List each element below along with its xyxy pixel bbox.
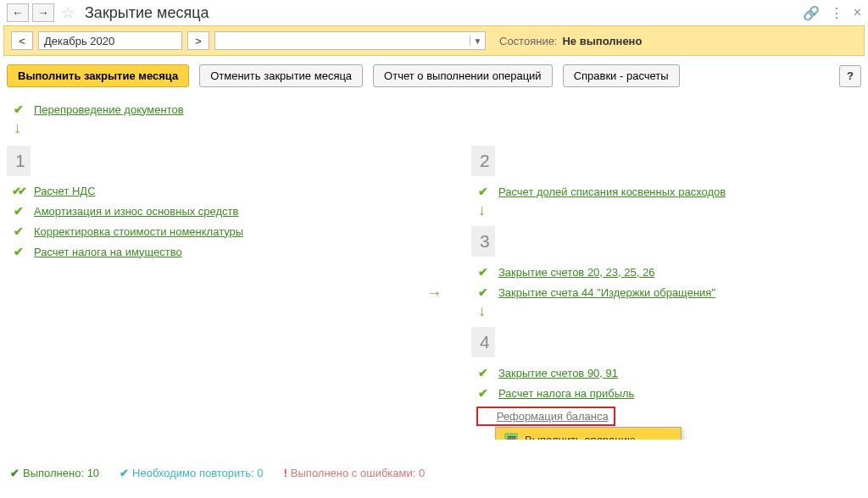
operations-report-button[interactable]: Отчет о выполнении операций — [373, 64, 553, 87]
check-icon: ✔ — [476, 265, 490, 279]
menu-execute-label: Выполнить операцию — [525, 434, 636, 440]
window-titlebar: ← → ☆ Закрытие месяца 🔗 ⋮ × — [0, 0, 868, 25]
document-icon: ▥ — [504, 433, 518, 440]
op-profit-tax[interactable]: Расчет налога на прибыль — [498, 387, 634, 400]
stage-1-header: 1 — [7, 146, 31, 176]
content-area: ✔ Перепроведение документов ↓ 1 ✔✔Расчет… — [0, 96, 868, 440]
arrow-right-icon: → — [426, 146, 442, 436]
op-indirect-costs[interactable]: Расчет долей списания косвенных расходов — [498, 185, 726, 198]
check-double-icon: ✔✔ — [12, 185, 25, 197]
toolbar: Выполнить закрытие месяца Отменить закры… — [0, 56, 868, 96]
check-icon: ✔ — [476, 285, 490, 299]
link-icon[interactable]: 🔗 — [803, 5, 820, 21]
check-icon: ✔ — [476, 386, 490, 400]
kebab-menu-icon[interactable]: ⋮ — [830, 5, 843, 21]
check-icon: ✔ — [476, 185, 490, 198]
context-menu: ▥ Выполнить операцию ↓ Пропустить операц… — [495, 427, 682, 440]
op-close-44[interactable]: Закрытие счета 44 "Издержки обращения" — [498, 286, 715, 299]
org-dropdown[interactable]: ▼ — [214, 31, 486, 50]
period-field[interactable]: Декабрь 2020 — [38, 31, 182, 50]
arrow-down-icon: ↓ — [471, 202, 861, 219]
nav-back-button[interactable]: ← — [7, 3, 29, 22]
stage-3-header: 3 — [471, 226, 495, 257]
op-balance-reform[interactable]: Реформация баланса — [497, 410, 609, 423]
status-value: Не выполнено — [562, 35, 642, 47]
check-icon: ✔ — [12, 102, 25, 116]
cancel-closing-button[interactable]: Отменить закрытие месяца — [199, 64, 363, 87]
period-next-button[interactable]: > — [187, 31, 209, 50]
stage-1-column: 1 ✔✔Расчет НДС ✔Амортизация и износ осно… — [7, 146, 417, 436]
execute-closing-button[interactable]: Выполнить закрытие месяца — [7, 64, 189, 87]
check-icon: ✔ — [476, 366, 490, 379]
nav-forward-button[interactable]: → — [32, 3, 54, 22]
pending-op-highlight: Реформация баланса — [476, 407, 615, 426]
close-icon[interactable]: × — [854, 5, 861, 20]
status-label: Состояние: — [499, 35, 557, 47]
arrow-down-icon: ↓ — [471, 302, 861, 320]
arrow-down-icon: ↓ — [7, 119, 861, 137]
help-button[interactable]: ? — [839, 65, 861, 87]
check-icon: ✔ — [12, 204, 25, 218]
period-bar: < Декабрь 2020 > ▼ Состояние: Не выполне… — [3, 25, 865, 56]
check-icon: ✔ — [12, 245, 25, 258]
op-close-20-23-25-26[interactable]: Закрытие счетов 20, 23, 25, 26 — [498, 266, 654, 279]
op-close-90-91[interactable]: Закрытие счетов 90, 91 — [498, 367, 618, 379]
op-repost-documents[interactable]: Перепроведение документов — [34, 103, 184, 116]
favorite-star-icon[interactable]: ☆ — [61, 3, 75, 22]
references-button[interactable]: Справки - расчеты — [563, 64, 680, 87]
check-icon: ✔ — [12, 224, 25, 238]
op-depreciation[interactable]: Амортизация и износ основных средств — [34, 205, 238, 218]
period-prev-button[interactable]: < — [11, 31, 33, 50]
menu-execute-operation[interactable]: ▥ Выполнить операцию — [496, 428, 681, 440]
stage-4-header: 4 — [471, 327, 495, 357]
op-property-tax[interactable]: Расчет налога на имущество — [34, 246, 182, 258]
op-vat-calc[interactable]: Расчет НДС — [34, 185, 96, 197]
right-column: 2 ✔Расчет долей списания косвенных расхо… — [451, 146, 861, 436]
op-cost-adjustment[interactable]: Корректировка стоимости номенклатуры — [34, 225, 243, 238]
chevron-down-icon: ▼ — [470, 36, 485, 46]
stage-2-header: 2 — [471, 146, 495, 176]
page-title: Закрытие месяца — [85, 4, 209, 22]
